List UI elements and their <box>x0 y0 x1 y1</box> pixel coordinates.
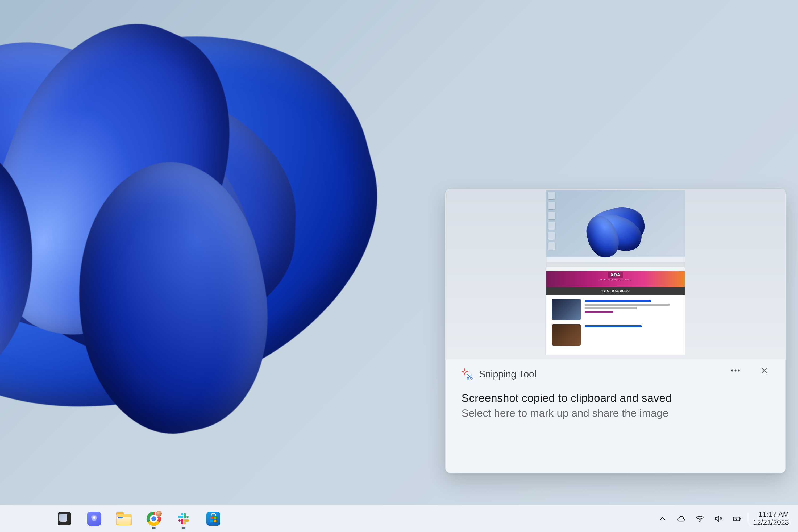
preview-site-tag: NEWS · REVIEWS · TUTORIALS <box>600 279 631 281</box>
tray-battery[interactable] <box>732 513 742 524</box>
notification-subtitle: Select here to mark up and share the ima… <box>461 407 770 419</box>
notification-close-button[interactable] <box>756 363 772 379</box>
svg-point-8 <box>699 521 700 522</box>
svg-point-4 <box>471 377 472 379</box>
taskbar-file-explorer[interactable] <box>113 508 135 530</box>
volume-muted-icon <box>714 514 723 524</box>
cloud-icon <box>677 514 686 524</box>
svg-rect-10 <box>740 518 741 519</box>
slack-icon <box>177 512 190 525</box>
taskbar-teams[interactable] <box>83 508 105 530</box>
tray-wifi[interactable] <box>695 513 705 524</box>
more-icon <box>730 365 741 376</box>
chevron-up-icon <box>658 514 667 524</box>
screenshot-thumbnail: XDA NEWS · REVIEWS · TUTORIALS "BEST MAC… <box>546 190 685 355</box>
wifi-icon <box>695 514 705 524</box>
notification-title: Screenshot copied to clipboard and saved <box>461 392 770 404</box>
svg-point-2 <box>738 370 740 372</box>
teams-icon <box>87 512 101 526</box>
taskbar-task-view[interactable] <box>53 508 76 530</box>
notification-app-name: Snipping Tool <box>479 369 536 380</box>
notification-more-button[interactable] <box>727 363 743 379</box>
svg-rect-7 <box>94 517 94 519</box>
xda-watermark: XDA <box>747 511 792 528</box>
snipping-tool-icon <box>461 368 473 380</box>
preview-site-logo: XDA <box>608 272 623 278</box>
file-explorer-icon <box>116 512 132 525</box>
microsoft-store-icon <box>206 512 220 526</box>
taskbar-slack[interactable] <box>172 508 195 530</box>
svg-point-1 <box>735 370 737 372</box>
taskbar-chrome[interactable] <box>142 508 165 530</box>
svg-point-3 <box>467 377 469 379</box>
task-view-icon <box>58 512 71 525</box>
tray-volume[interactable] <box>713 513 724 524</box>
close-icon <box>759 366 769 375</box>
tray-onedrive[interactable] <box>676 513 687 524</box>
wallpaper-bloom <box>0 0 479 532</box>
battery-charging-icon <box>732 514 742 524</box>
svg-point-0 <box>731 370 733 372</box>
running-indicator <box>182 527 185 529</box>
snipping-tool-notification[interactable]: XDA NEWS · REVIEWS · TUTORIALS "BEST MAC… <box>445 189 786 473</box>
taskbar: 11:17 AM 12/21/2023 <box>0 505 798 532</box>
running-indicator <box>152 527 156 529</box>
preview-hero-banner: "BEST MAC APPS" <box>546 287 685 295</box>
chrome-icon <box>147 512 161 526</box>
notification-preview[interactable]: XDA NEWS · REVIEWS · TUTORIALS "BEST MAC… <box>445 189 785 359</box>
tray-overflow-button[interactable] <box>657 513 668 524</box>
taskbar-microsoft-store[interactable] <box>202 508 225 530</box>
taskbar-pinned-apps <box>53 505 225 532</box>
chrome-profile-avatar <box>155 510 163 517</box>
